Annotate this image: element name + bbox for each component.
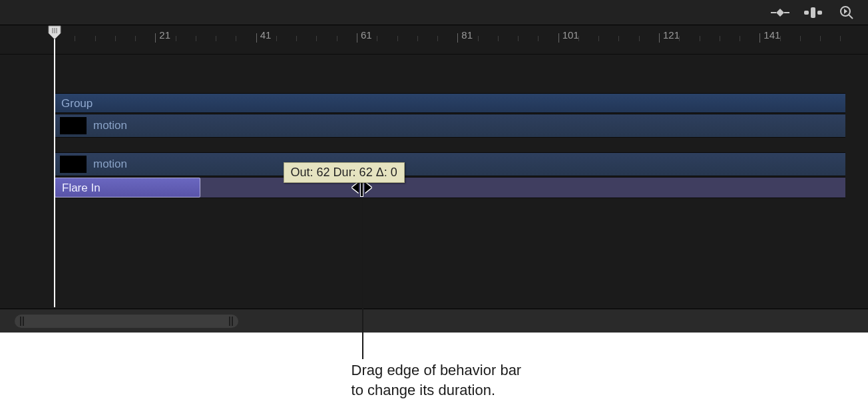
svg-rect-3	[804, 11, 809, 15]
tracks-area: Group motion motion Flare In	[55, 93, 845, 226]
ruler-tick-label: 101	[562, 29, 579, 41]
ruler-tick-label: 81	[461, 29, 473, 41]
trim-tooltip-text: Out: 62 Dur: 62 Δ: 0	[291, 166, 397, 179]
keyframe-tool-icon[interactable]	[771, 3, 789, 22]
svg-marker-0	[776, 9, 784, 17]
clip-label: motion	[93, 158, 127, 171]
timeline-panel: 21416181101121141 Group motion motion Fl…	[0, 0, 868, 333]
clip-bar-1[interactable]: motion	[55, 114, 845, 138]
ruler-tick-label: 61	[361, 29, 372, 41]
track-gap	[55, 138, 845, 152]
svg-marker-8	[844, 9, 847, 14]
behavior-clip[interactable]: Flare In	[55, 178, 200, 198]
behavior-clip-label: Flare In	[62, 182, 101, 194]
timeline-toolbar	[0, 0, 868, 25]
clip-thumbnail	[60, 117, 87, 134]
trim-tooltip: Out: 62 Dur: 62 Δ: 0	[284, 162, 405, 183]
svg-rect-4	[811, 7, 815, 18]
group-label: Group	[61, 97, 93, 110]
playhead[interactable]	[54, 28, 55, 307]
callout-line	[362, 198, 363, 359]
timeline-footer	[0, 309, 868, 333]
caption-text: Drag edge of behavior bar to change its …	[351, 360, 522, 400]
svg-rect-5	[817, 11, 822, 15]
zoom-search-icon[interactable]	[837, 3, 856, 22]
behavior-lane: Flare In	[55, 177, 845, 198]
ruler-tick-label: 141	[763, 29, 780, 41]
clip-bar-2[interactable]: motion	[55, 152, 845, 176]
time-ruler[interactable]: 21416181101121141	[0, 25, 868, 55]
ruler-tick-label: 21	[159, 29, 170, 41]
svg-line-7	[849, 15, 853, 19]
group-header-bar[interactable]: Group	[55, 93, 845, 113]
audio-timeline-icon[interactable]	[804, 3, 823, 22]
ruler-tick-label: 41	[260, 29, 272, 41]
playhead-marker-icon	[48, 25, 61, 40]
ruler-tick-label: 121	[663, 29, 680, 41]
clip-thumbnail	[60, 156, 87, 173]
clip-label: motion	[93, 119, 127, 132]
horizontal-scrollbar[interactable]	[15, 315, 238, 328]
